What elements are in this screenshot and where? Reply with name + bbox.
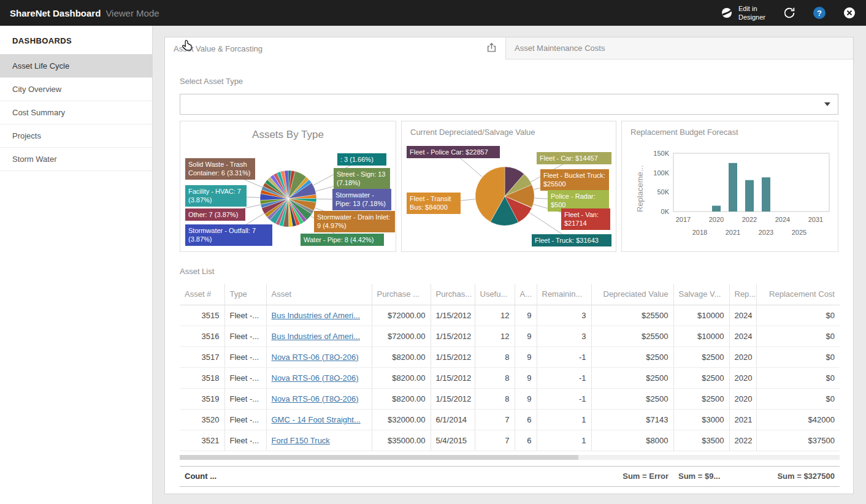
svg-text:2025: 2025: [792, 229, 807, 236]
top-bar-actions: Edit in Designer ?: [720, 4, 856, 22]
panel-title: Replacement Budget Forecast: [630, 128, 738, 137]
column-header[interactable]: Replacement Cost: [756, 284, 840, 305]
table-header-row: Asset #TypeAssetPurchase ...Purchas...Us…: [180, 284, 840, 305]
column-header[interactable]: A...: [515, 284, 537, 305]
asset-link[interactable]: Bus Industries of Ameri...: [272, 332, 361, 341]
asset-type-select[interactable]: [180, 94, 838, 115]
asset-link[interactable]: Nova RTS-06 (T8O-206): [272, 394, 359, 403]
pie-callout: : 3 (1.66%): [337, 153, 386, 166]
pie-callout: Fleet - Van: $21714: [561, 208, 610, 230]
pie-callout: Stormwater - Outfall: 7 (3.87%): [185, 224, 272, 246]
asset-table: Asset #TypeAssetPurchase ...Purchas...Us…: [180, 284, 840, 451]
asset-link[interactable]: Nova RTS-06 (T8O-206): [272, 373, 359, 383]
table-row[interactable]: 3519Fleet -...Nova RTS-06 (T8O-206)$8200…: [180, 388, 840, 409]
edit-in-designer-button[interactable]: Edit in Designer: [720, 4, 765, 22]
top-bar: ShareNet Dashboard Viewer Mode Edit in D…: [0, 0, 866, 26]
asset-type-filter-label: Select Asset Type: [180, 77, 838, 86]
chart-panels: Assets By Type : 3 (1.66%) Street - Sign…: [180, 121, 838, 252]
sidebar-title: DASHBOARDS: [0, 26, 152, 55]
column-header[interactable]: Purchas...: [431, 284, 475, 305]
svg-text:100K: 100K: [653, 169, 669, 177]
depreciated-salvage-value-panel: Current Depreciated/Salvage Value Fleet …: [401, 121, 616, 252]
column-header[interactable]: Remainin...: [537, 284, 591, 305]
asset-link[interactable]: GMC - 14 Foot Straight...: [272, 415, 361, 424]
export-icon[interactable]: [486, 42, 497, 55]
svg-text:2031: 2031: [808, 216, 823, 223]
tab-label: Asset Value & Forcasting: [174, 44, 262, 53]
column-header[interactable]: Type: [224, 284, 266, 305]
pie-callout: Fleet - Truck: $31643: [532, 234, 611, 246]
count-summary: Count ...: [180, 472, 591, 481]
refresh-icon[interactable]: [783, 6, 796, 20]
tab-bar: Asset Value & Forcasting Asset Maintenan…: [165, 37, 853, 59]
svg-text:2023: 2023: [759, 229, 773, 236]
asset-link[interactable]: Nova RTS-06 (T8O-206): [272, 353, 359, 362]
asset-link[interactable]: Ford F150 Truck: [272, 436, 330, 445]
svg-text:2018: 2018: [692, 229, 707, 236]
pie-callout: Fleet - Transit Bus: $84000: [407, 193, 461, 214]
svg-text:50K: 50K: [657, 188, 669, 196]
tab-asset-maintenance-costs[interactable]: Asset Maintenance Costs: [505, 37, 853, 59]
table-row[interactable]: 3517Fleet -...Nova RTS-06 (T8O-206)$8200…: [180, 346, 840, 367]
app-name: ShareNet Dashboard: [10, 8, 101, 18]
viewer-mode-label: Viewer Mode: [105, 8, 159, 18]
tab-label: Asset Maintenance Costs: [515, 44, 605, 53]
pie-callout: Fleet - Police Car: $22857: [407, 146, 500, 158]
dashboard-content: Select Asset Type Assets By Type : 3 (1.…: [165, 59, 853, 487]
help-icon[interactable]: ?: [813, 7, 826, 19]
close-icon[interactable]: [843, 6, 856, 20]
svg-text:0K: 0K: [661, 208, 670, 215]
pie-callout: Facility - HVAC: 7 (3.87%): [185, 185, 247, 207]
svg-text:2021: 2021: [726, 229, 740, 236]
app-title: ShareNet Dashboard Viewer Mode: [10, 8, 159, 18]
sidebar-item-cost-summary[interactable]: Cost Summary: [0, 101, 152, 124]
column-header[interactable]: Salvage V...: [673, 284, 729, 305]
sum-depreciated-value: Sum = Error: [591, 472, 673, 481]
table-row[interactable]: 3521Fleet -...Ford F150 Truck$35000.005/…: [180, 430, 840, 451]
edit-in-designer-label: Edit in Designer: [738, 4, 765, 22]
table-row[interactable]: 3516Fleet -...Bus Industries of Ameri...…: [180, 326, 840, 346]
column-header[interactable]: Usefu...: [475, 284, 515, 305]
pie-callout: Other: 7 (3.87%): [185, 208, 245, 221]
table-row[interactable]: 3520Fleet -...GMC - 14 Foot Straight...$…: [180, 409, 840, 430]
replacement-budget-forecast-panel: Replacement Budget Forecast Replaceme...…: [621, 121, 838, 252]
pie-callout: Solid Waste - Trash Container: 6 (3.31%): [185, 158, 255, 180]
pie-callout: Fleet - Car: $14457: [537, 152, 611, 164]
chevron-down-icon: [824, 102, 830, 106]
pie-callout: Street - Sign: 13 (7.18%): [334, 168, 390, 189]
sidebar-item-city-overview[interactable]: City Overview: [0, 78, 152, 101]
column-header[interactable]: Asset #: [180, 284, 224, 305]
table-row[interactable]: 3518Fleet -...Nova RTS-06 (T8O-206)$8200…: [180, 367, 840, 388]
svg-text:150K: 150K: [653, 150, 669, 157]
table-row[interactable]: 3515Fleet -...Bus Industries of Ameri...…: [180, 305, 840, 326]
pie-callout: Stormwater - Pipe: 13 (7.18%): [332, 189, 391, 210]
scrollbar-thumb[interactable]: [180, 455, 578, 460]
horizontal-scrollbar[interactable]: [180, 455, 840, 460]
dashboard-card: Asset Value & Forcasting Asset Maintenan…: [164, 37, 854, 494]
panel-title: Assets By Type: [180, 129, 396, 141]
sidebar: DASHBOARDS Asset Life Cycle City Overvie…: [0, 26, 153, 504]
pie-callout: Water - Pipe: 8 (4.42%): [301, 234, 384, 246]
column-header[interactable]: Rep...: [729, 284, 756, 305]
svg-text:2024: 2024: [775, 216, 790, 223]
designer-icon: [720, 6, 734, 20]
assets-by-type-panel: Assets By Type : 3 (1.66%) Street - Sign…: [180, 121, 396, 252]
svg-text:2022: 2022: [742, 216, 757, 223]
table-summary-row: Count ... Sum = Error Sum = $9... Sum = …: [180, 466, 840, 487]
asset-link[interactable]: Bus Industries of Ameri...: [272, 311, 361, 320]
sidebar-item-storm-water[interactable]: Storm Water: [0, 148, 152, 171]
sidebar-item-projects[interactable]: Projects: [0, 124, 152, 148]
pie-callout: Stormwater - Drain Inlet: 9 (4.97%): [314, 211, 395, 232]
replacement-forecast-bar-chart: 0K50K100K150K201720182020202120222023202…: [622, 121, 838, 251]
column-header[interactable]: Purchase ...: [372, 284, 431, 305]
sidebar-item-asset-life-cycle[interactable]: Asset Life Cycle: [0, 55, 152, 78]
svg-text:2020: 2020: [709, 216, 724, 223]
asset-rows: 3515Fleet -...Bus Industries of Ameri...…: [180, 305, 840, 451]
sum-salvage-value: Sum = $9...: [673, 472, 729, 481]
pie-callout: Fleet - Bucket Truck: $25500: [540, 169, 609, 191]
y-axis-label: Replaceme...: [635, 151, 645, 212]
panel-title: Current Depreciated/Salvage Value: [410, 128, 535, 137]
tab-asset-value-forecasting[interactable]: Asset Value & Forcasting: [165, 37, 505, 59]
column-header[interactable]: Asset: [266, 284, 372, 305]
column-header[interactable]: Depreciated Value: [591, 284, 673, 305]
